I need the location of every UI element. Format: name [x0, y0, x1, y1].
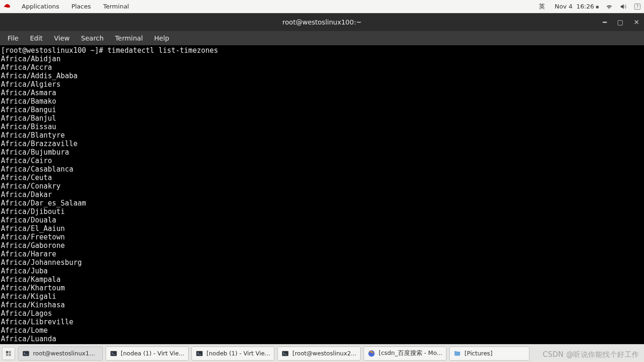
folder-icon [454, 350, 461, 357]
timezone-line: Africa/Gaborone [1, 241, 65, 250]
timezone-line: Africa/Dakar [1, 190, 52, 199]
svg-rect-7 [110, 351, 116, 356]
clock[interactable]: Nov 4 16:26 [554, 3, 599, 10]
timezone-line: Africa/Bangui [1, 106, 56, 114]
taskbar-item-label: [root@westoslinux2... [292, 350, 356, 357]
menu-help[interactable]: Help [149, 33, 174, 43]
taskbar-item-label: [Pictures] [464, 350, 492, 357]
timezone-line: Africa/Kigali [1, 292, 56, 301]
gnome-top-bar: Applications Places Terminal 英 Nov 4 16:… [0, 0, 644, 13]
svg-rect-8 [196, 351, 202, 356]
timezone-line: Africa/Accra [1, 63, 52, 72]
network-icon[interactable] [605, 3, 613, 10]
watermark-text: CSDN @听说你能找个好工作 [543, 350, 639, 359]
maximize-button[interactable]: ▢ [615, 16, 625, 28]
timezone-line: Africa/Abidjan [1, 55, 60, 63]
svg-rect-6 [23, 351, 29, 356]
timezone-line: Africa/Freetown [1, 233, 65, 241]
taskbar-item-4[interactable]: [csdn_百度搜索 - Mo... [363, 346, 446, 361]
svg-rect-3 [9, 351, 11, 353]
timezone-line: Africa/El_Aaiun [1, 224, 65, 233]
menu-edit[interactable]: Edit [25, 33, 47, 43]
menu-file[interactable]: File [3, 33, 23, 43]
shell-command: timedatectl list-timezones [107, 46, 218, 55]
timezone-line: Africa/Addis_Ababa [1, 72, 78, 80]
timezone-line: Africa/Blantyre [1, 131, 65, 140]
svg-text:?: ? [636, 4, 639, 9]
firefox-icon [368, 350, 375, 357]
timezone-line: Africa/Brazzaville [1, 140, 78, 148]
terminal-viewport[interactable]: [root@westoslinux100 ~]# timedatectl lis… [0, 45, 644, 344]
timezone-line: Africa/Djibouti [1, 207, 65, 216]
gnome-taskbar: root@westoslinux10...[nodea (1) - Virt V… [0, 344, 644, 362]
clock-time: 16:26 [577, 3, 594, 10]
svg-rect-2 [6, 351, 8, 353]
terminal-icon [22, 350, 30, 357]
window-titlebar: root@westoslinux100:~ ━ ▢ ✕ [0, 13, 644, 31]
timezone-line: Africa/Juba [1, 267, 48, 275]
timezone-line: Africa/Lome [1, 326, 48, 335]
taskbar-item-1[interactable]: [nodea (1) - Virt Vie... [106, 346, 189, 361]
timezone-line: Africa/Conakry [1, 182, 60, 190]
timezone-line: Africa/Bissau [1, 123, 56, 131]
terminal-top-menu[interactable]: Terminal [100, 2, 132, 11]
taskbar-item-label: root@westoslinux10... [33, 350, 99, 357]
timezone-line: Africa/Casablanca [1, 165, 74, 173]
taskbar-item-label: [csdn_百度搜索 - Mo... [379, 349, 442, 357]
taskbar-item-5[interactable]: [Pictures] [449, 346, 529, 361]
help-icon[interactable]: ? [634, 3, 641, 10]
terminal-menubar: File Edit View Search Terminal Help [0, 31, 644, 45]
timezone-line: Africa/Cairo [1, 156, 52, 165]
timezone-line: Africa/Bamako [1, 97, 56, 106]
timezone-line: Africa/Douala [1, 216, 56, 224]
terminal-icon [196, 350, 203, 357]
svg-rect-4 [6, 354, 8, 356]
menu-view[interactable]: View [50, 33, 74, 43]
timezone-line: Africa/Johannesburg [1, 258, 82, 267]
menu-search[interactable]: Search [76, 33, 108, 43]
timezone-line: Africa/Ceuta [1, 173, 52, 182]
shell-prompt: [root@westoslinux100 ~]# [1, 46, 107, 55]
taskbar-item-label: [nodeb (1) - Virt Vie... [206, 350, 270, 357]
timezone-line: Africa/Kampala [1, 275, 60, 284]
timezone-line: Africa/Bujumbura [1, 148, 69, 156]
timezone-line: Africa/Algiers [1, 80, 60, 89]
timezone-line: Africa/Luanda [1, 335, 56, 343]
timezone-line: Africa/Banjul [1, 114, 56, 123]
places-menu[interactable]: Places [68, 2, 93, 11]
taskbar-item-0[interactable]: root@westoslinux10... [18, 346, 103, 361]
timezone-line: Africa/Kinshasa [1, 301, 65, 309]
taskbar-item-2[interactable]: [nodeb (1) - Virt Vie... [191, 346, 274, 361]
svg-rect-5 [9, 354, 11, 356]
terminal-icon [281, 350, 289, 357]
notification-dot-icon [596, 6, 599, 8]
taskbar-item-3[interactable]: [root@westoslinux2... [277, 346, 361, 361]
close-button[interactable]: ✕ [632, 16, 641, 28]
timezone-line: Africa/Libreville [1, 318, 74, 326]
svg-rect-9 [282, 351, 289, 356]
taskbar-item-label: [nodea (1) - Virt Vie... [121, 350, 184, 357]
menu-terminal[interactable]: Terminal [110, 33, 148, 43]
timezone-line: Africa/Harare [1, 250, 56, 258]
redhat-logo-icon [3, 2, 11, 11]
minimize-button[interactable]: ━ [601, 16, 609, 28]
clock-date: Nov 4 [554, 3, 572, 10]
applications-menu[interactable]: Applications [19, 2, 62, 11]
window-title: root@westoslinux100:~ [282, 18, 362, 26]
timezone-line: Africa/Lagos [1, 309, 52, 318]
timezone-line: Africa/Khartoum [1, 284, 65, 292]
terminal-icon [110, 350, 117, 357]
timezone-line: Africa/Asmara [1, 89, 56, 97]
timezone-line: Africa/Dar_es_Salaam [1, 199, 86, 207]
ime-indicator[interactable]: 英 [536, 1, 548, 12]
volume-icon[interactable] [619, 3, 627, 10]
workspace-switcher[interactable] [2, 347, 15, 360]
